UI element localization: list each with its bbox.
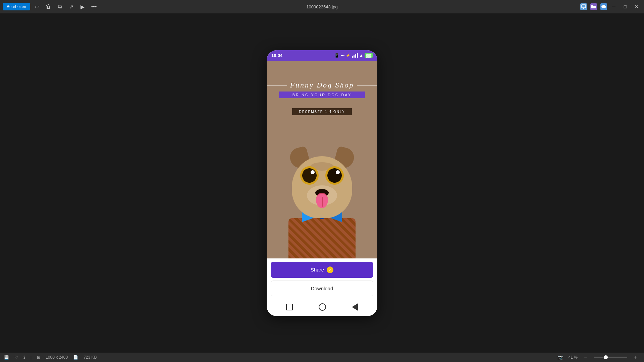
copy-button[interactable]: ⧉ <box>55 2 64 11</box>
statusbar-save-icon: 💾 <box>4 355 9 360</box>
minimize-button[interactable]: ─ <box>609 2 619 11</box>
phone-navbar <box>267 300 377 316</box>
nav-square-icon <box>286 304 293 310</box>
main-content-area: 18:04 📱 ••• ⚡ ▲ ▓▓ <box>0 13 644 353</box>
shop-subtitle: BRING YOUR DOG DAY <box>279 92 365 98</box>
move-button[interactable]: ↗ <box>66 2 76 11</box>
app-statusbar: 💾 ♡ ℹ | ⊞ 1080 x 2400 📄 723 KB 📷 41 % − … <box>0 353 644 362</box>
pug-tongue <box>316 193 328 208</box>
window-title: 1000023543.jpg <box>306 4 337 9</box>
battery-icon: ▓▓ <box>365 53 373 58</box>
date-badge: DECEMBER 1-4 ONLY <box>292 108 352 115</box>
monitor-tray-icon <box>580 3 587 10</box>
more-button[interactable]: ••• <box>89 2 99 11</box>
app-toolbar: Bearbeiten ↩ 🗑 ⧉ ↗ ▶ ••• 1000023543.jpg … <box>0 0 644 13</box>
nav-back-button[interactable] <box>352 303 358 311</box>
phone-actions: Share ↗ Download <box>267 258 377 300</box>
system-tray <box>580 3 607 10</box>
phone-statusbar: 18:04 📱 ••• ⚡ ▲ ▓▓ <box>267 50 377 61</box>
folder-tray-icon <box>590 3 597 10</box>
zoom-out-button[interactable]: − <box>581 353 590 362</box>
share-label: Share <box>311 267 324 273</box>
nav-triangle-icon <box>352 303 358 311</box>
tongue-line <box>322 197 323 207</box>
share-button[interactable]: Share ↗ <box>271 262 373 278</box>
statusbar-size-icon: 📄 <box>73 355 78 360</box>
pug-eye-left <box>300 166 319 185</box>
pug-eye-right <box>325 166 344 185</box>
phone-mockup: 18:04 📱 ••• ⚡ ▲ ▓▓ <box>267 50 377 316</box>
svg-rect-0 <box>582 5 586 8</box>
zoom-thumb[interactable] <box>604 355 608 359</box>
pug-shirt <box>288 218 356 258</box>
statusbar-filesize: 723 KB <box>84 355 97 360</box>
shop-title: Funny Dog Shop <box>290 81 354 89</box>
signal-icon <box>352 53 358 58</box>
zoom-slider[interactable] <box>594 357 627 358</box>
statusbar-heart-icon: ♡ <box>14 355 18 360</box>
maximize-button[interactable]: □ <box>621 2 630 11</box>
nav-home-button[interactable] <box>319 303 326 311</box>
close-button[interactable]: ✕ <box>632 2 641 11</box>
nav-square-button[interactable] <box>286 304 293 310</box>
bluetooth-icon: ⚡ <box>346 53 351 58</box>
statusbar-dimensions-icon: ⊞ <box>37 355 40 360</box>
statusbar-info-icon: ℹ <box>23 355 25 360</box>
phone-image-area: Funny Dog Shop BRING YOUR DOG DAY DECEMB… <box>267 61 377 258</box>
zoom-in-button[interactable]: + <box>631 353 640 362</box>
eye-shine-right <box>336 170 340 174</box>
edit-button[interactable]: Bearbeiten <box>3 3 30 10</box>
pug-illustration <box>267 131 377 258</box>
nav-circle-icon <box>319 303 326 311</box>
video-button[interactable]: ▶ <box>78 2 87 11</box>
camera-icon[interactable]: 📷 <box>556 353 565 362</box>
download-button[interactable]: Download <box>271 281 373 296</box>
zoom-level: 41 % <box>569 355 578 360</box>
cloud-tray-icon <box>600 3 607 10</box>
statusbar-right: 📷 41 % − + <box>556 353 640 362</box>
undo-button[interactable]: ↩ <box>32 2 42 11</box>
window-controls: ─ □ ✕ <box>580 2 641 11</box>
eye-shine-left <box>311 170 315 174</box>
wifi-icon: ▲ <box>359 53 363 58</box>
share-cursor-icon: ↗ <box>327 266 333 273</box>
svg-rect-1 <box>583 8 584 9</box>
statusbar-dimensions: 1080 x 2400 <box>46 355 68 360</box>
phone-time: 18:04 <box>271 53 282 58</box>
statusbar-separator1: | <box>31 355 32 360</box>
whatsapp-icon: 📱 <box>334 53 339 58</box>
delete-button[interactable]: 🗑 <box>44 2 53 11</box>
more-dots-icon: ••• <box>341 53 345 57</box>
phone-status-icons: 📱 ••• ⚡ ▲ ▓▓ <box>334 53 373 58</box>
pug-container <box>278 134 366 258</box>
